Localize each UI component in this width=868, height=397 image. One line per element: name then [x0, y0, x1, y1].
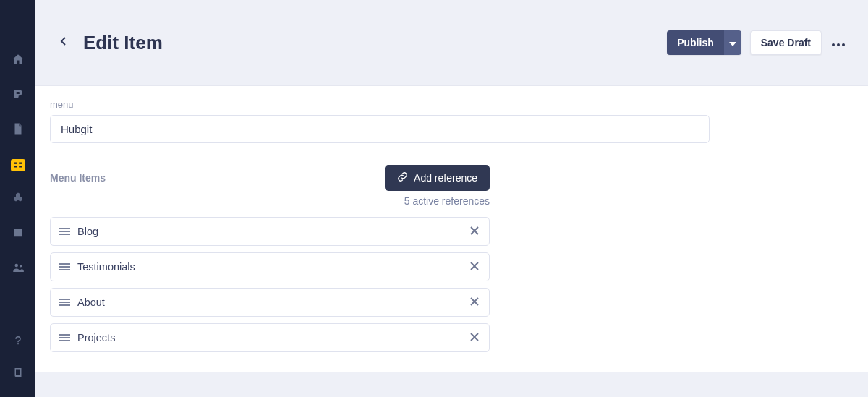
caret-down-icon — [729, 38, 736, 48]
reference-item[interactable]: About — [50, 288, 490, 317]
reference-label: About — [77, 296, 469, 308]
svg-rect-0 — [14, 163, 17, 164]
svg-point-4 — [14, 264, 18, 268]
chevron-left-icon — [60, 36, 67, 49]
page-title: Edit Item — [83, 32, 667, 54]
close-icon — [470, 296, 479, 309]
close-icon — [470, 225, 479, 238]
remove-reference-button[interactable] — [469, 259, 480, 275]
section-header: Menu Items Add reference — [50, 165, 490, 191]
back-button[interactable] — [57, 36, 70, 49]
reference-item[interactable]: Testimonials — [50, 252, 490, 281]
publish-dropdown-button[interactable] — [724, 30, 741, 55]
reference-item[interactable]: Blog — [50, 217, 490, 246]
drag-handle-icon[interactable] — [59, 333, 70, 342]
content-card: menu Menu Items Add reference 5 active r… — [35, 85, 868, 372]
cards-icon — [11, 159, 25, 171]
sidebar-item-team[interactable] — [0, 252, 35, 286]
menu-input[interactable] — [50, 115, 710, 143]
svg-point-7 — [837, 43, 840, 46]
blocks-icon — [12, 192, 25, 208]
drag-handle-icon[interactable] — [59, 298, 70, 307]
blog-icon — [12, 87, 25, 103]
sidebar-item-document[interactable] — [0, 113, 35, 148]
help-icon — [12, 334, 25, 350]
reference-list: Blog Testimonials — [50, 217, 490, 352]
svg-point-6 — [832, 43, 835, 46]
add-reference-label: Add reference — [414, 172, 477, 184]
sidebar-bottom — [0, 326, 35, 397]
media-icon — [12, 226, 25, 242]
reference-item[interactable]: Projects — [50, 323, 490, 352]
sidebar-item-home[interactable] — [0, 43, 35, 78]
reference-label: Projects — [77, 332, 469, 343]
menu-items-section: Menu Items Add reference 5 active refere… — [50, 165, 854, 352]
reference-count: 5 active references — [50, 195, 490, 207]
reference-label: Blog — [77, 226, 469, 237]
svg-rect-2 — [14, 166, 17, 167]
sidebar-item-blocks[interactable] — [0, 182, 35, 217]
svg-point-8 — [842, 43, 845, 46]
publish-button[interactable]: Publish — [667, 30, 724, 55]
sidebar-item-help[interactable] — [0, 326, 35, 358]
remove-reference-button[interactable] — [469, 223, 480, 239]
sidebar-item-cards[interactable] — [0, 148, 35, 182]
drag-handle-icon[interactable] — [59, 262, 70, 271]
main: Edit Item Publish Save Draft menu — [35, 0, 868, 397]
remove-reference-button[interactable] — [469, 330, 480, 346]
sidebar-item-blog[interactable] — [0, 78, 35, 113]
link-icon — [397, 171, 408, 184]
svg-rect-3 — [19, 166, 22, 167]
drag-handle-icon[interactable] — [59, 227, 70, 236]
add-reference-button[interactable]: Add reference — [385, 165, 490, 191]
publish-group: Publish — [667, 30, 741, 55]
save-draft-button[interactable]: Save Draft — [750, 30, 822, 55]
close-icon — [470, 260, 479, 273]
book-icon — [12, 366, 25, 382]
header-actions: Publish Save Draft — [667, 30, 846, 55]
menu-label: menu — [50, 99, 854, 110]
close-icon — [470, 331, 479, 344]
team-icon — [12, 261, 25, 277]
home-icon — [12, 53, 25, 69]
more-button[interactable] — [830, 32, 846, 54]
sidebar-item-media[interactable] — [0, 217, 35, 252]
svg-rect-1 — [19, 163, 22, 164]
section-title: Menu Items — [50, 172, 106, 184]
svg-point-5 — [20, 265, 22, 267]
remove-reference-button[interactable] — [469, 294, 480, 310]
sidebar-item-book[interactable] — [0, 358, 35, 390]
reference-label: Testimonials — [77, 261, 469, 273]
more-horizontal-icon — [832, 36, 845, 49]
header: Edit Item Publish Save Draft — [35, 0, 868, 85]
sidebar — [0, 0, 35, 397]
document-icon — [12, 122, 25, 138]
